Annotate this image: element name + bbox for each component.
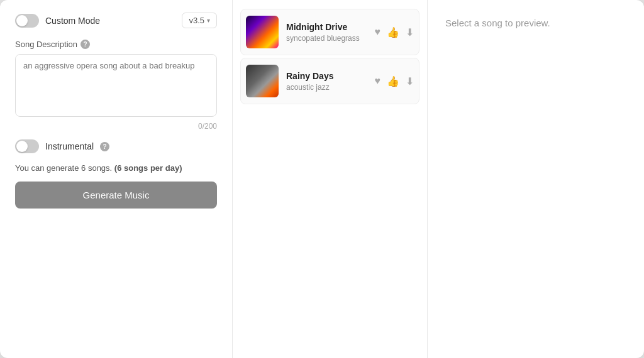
song-actions-midnight-drive: ♥ 👍 ⬇ xyxy=(375,26,414,38)
thumbsup-icon-midnight[interactable]: 👍 xyxy=(387,26,399,38)
song-thumbnail-image-midnight xyxy=(246,16,279,48)
song-thumbnail-rainy-days xyxy=(246,65,279,97)
generate-info-text: You can generate 6 songs. xyxy=(15,163,112,173)
download-icon-rainy[interactable]: ⬇ xyxy=(406,75,414,87)
song-genre-rainy-days: acoustic jazz xyxy=(286,83,367,92)
heart-icon-midnight[interactable]: ♥ xyxy=(375,26,381,38)
song-actions-rainy-days: ♥ 👍 ⬇ xyxy=(375,75,414,87)
char-count: 0/200 xyxy=(15,122,217,131)
song-title-midnight-drive: Midnight Drive xyxy=(286,22,367,32)
song-description-help-icon[interactable]: ? xyxy=(80,40,90,49)
song-item-midnight-drive[interactable]: Midnight Drive syncopated bluegrass ♥ 👍 … xyxy=(240,9,419,55)
song-info-midnight-drive: Midnight Drive syncopated bluegrass xyxy=(286,22,367,43)
generate-info: You can generate 6 songs. (6 songs per d… xyxy=(15,163,217,173)
chevron-down-icon: ▾ xyxy=(207,17,210,24)
instrumental-help-icon[interactable]: ? xyxy=(100,142,109,151)
download-icon-midnight[interactable]: ⬇ xyxy=(406,26,414,38)
heart-icon-rainy[interactable]: ♥ xyxy=(375,75,381,87)
thumbsup-icon-rainy[interactable]: 👍 xyxy=(387,75,399,87)
instrumental-toggle[interactable] xyxy=(15,139,39,153)
version-selector[interactable]: v3.5 ▾ xyxy=(182,13,217,28)
generate-info-bold: (6 songs per day) xyxy=(114,163,182,173)
instrumental-label: Instrumental xyxy=(45,141,94,151)
right-panel: Select a song to preview. xyxy=(428,0,644,358)
custom-mode-group: Custom Mode xyxy=(15,14,100,28)
song-thumbnail-image-rainy xyxy=(246,65,279,97)
song-info-rainy-days: Rainy Days acoustic jazz xyxy=(286,71,367,92)
song-title-rainy-days: Rainy Days xyxy=(286,71,367,81)
generate-music-button[interactable]: Generate Music xyxy=(15,182,217,209)
song-description-label: Song Description xyxy=(15,40,77,49)
app-container: Custom Mode v3.5 ▾ Song Description ? 0/… xyxy=(0,0,644,358)
song-item-rainy-days[interactable]: Rainy Days acoustic jazz ♥ 👍 ⬇ xyxy=(240,58,419,104)
version-label: v3.5 xyxy=(189,16,204,25)
custom-mode-toggle[interactable] xyxy=(15,14,39,28)
song-thumbnail-midnight-drive xyxy=(246,16,279,48)
instrumental-row: Instrumental ? xyxy=(15,139,217,153)
song-description-label-row: Song Description ? xyxy=(15,40,217,49)
custom-mode-label: Custom Mode xyxy=(45,16,100,26)
song-list-panel: Midnight Drive syncopated bluegrass ♥ 👍 … xyxy=(233,0,428,358)
left-panel: Custom Mode v3.5 ▾ Song Description ? 0/… xyxy=(0,0,233,358)
top-row: Custom Mode v3.5 ▾ xyxy=(15,13,217,28)
song-description-input[interactable] xyxy=(15,54,217,117)
song-genre-midnight-drive: syncopated bluegrass xyxy=(286,34,367,43)
preview-placeholder-text: Select a song to preview. xyxy=(445,18,550,28)
